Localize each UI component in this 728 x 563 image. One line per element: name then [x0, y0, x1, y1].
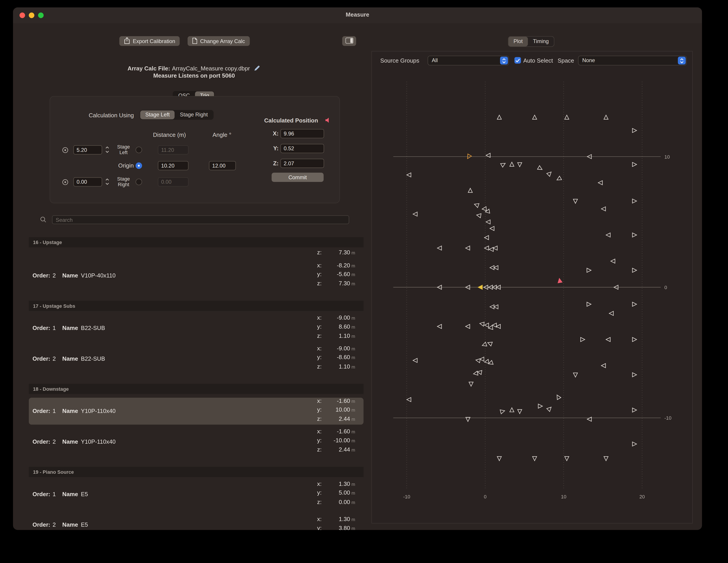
speaker-marker[interactable] [604, 115, 608, 119]
speaker-marker[interactable] [485, 236, 489, 240]
list-item-partial[interactable]: z:7.30m [29, 249, 364, 259]
speaker-marker[interactable] [479, 321, 484, 326]
speaker-marker[interactable] [587, 302, 591, 306]
speaker-marker[interactable] [601, 363, 606, 368]
target-icon[interactable] [62, 147, 69, 155]
speaker-marker[interactable] [484, 359, 489, 364]
speaker-marker[interactable] [437, 324, 442, 328]
list-item[interactable]: Order:1NameY10P-110x40x:-1.60my:10.00mz:… [29, 398, 364, 425]
origin-radio[interactable] [136, 162, 142, 169]
source-groups-dropdown[interactable]: All [428, 56, 509, 65]
sidebar-toggle-button[interactable] [342, 36, 356, 46]
speaker-marker[interactable] [482, 342, 487, 347]
speaker-marker[interactable] [556, 176, 561, 182]
speaker-marker[interactable] [606, 233, 610, 237]
edit-pencil-icon[interactable] [253, 65, 261, 73]
stage-right-value-field[interactable] [73, 177, 102, 187]
speaker-marker[interactable] [407, 173, 411, 177]
speaker-marker[interactable] [632, 442, 637, 446]
y-value-field[interactable] [281, 144, 324, 153]
speaker-marker[interactable] [489, 247, 493, 252]
speaker-marker[interactable] [581, 337, 585, 341]
space-dropdown[interactable]: None [578, 56, 687, 65]
auto-select-checkbox[interactable] [514, 57, 521, 64]
tab-plot[interactable]: Plot [508, 37, 528, 46]
speaker-marker[interactable] [632, 302, 637, 306]
speaker-marker[interactable] [632, 268, 637, 273]
speaker-marker[interactable] [497, 115, 502, 119]
target-icon[interactable] [62, 179, 69, 187]
speaker-marker[interactable] [518, 409, 522, 414]
speaker-marker[interactable] [510, 162, 514, 167]
speaker-marker[interactable] [565, 456, 569, 461]
speaker-marker[interactable] [611, 259, 615, 263]
plot-canvas[interactable]: -1001020100-10 [372, 70, 692, 520]
speaker-marker[interactable] [468, 188, 472, 193]
speaker-marker[interactable] [538, 404, 542, 408]
speaker-marker[interactable] [476, 358, 480, 363]
speaker-marker[interactable] [501, 162, 506, 167]
speaker-marker[interactable] [487, 341, 492, 346]
commit-button[interactable]: Commit [272, 173, 324, 182]
speaker-marker[interactable] [485, 323, 489, 327]
speaker-marker[interactable] [496, 324, 500, 328]
speaker-marker[interactable] [482, 207, 486, 211]
speaker-marker[interactable] [497, 456, 502, 461]
speaker-marker[interactable] [474, 202, 479, 208]
tab-stage-left[interactable]: Stage Left [140, 110, 175, 119]
speaker-marker[interactable] [537, 166, 543, 171]
tab-stage-right[interactable]: Stage Right [175, 110, 213, 119]
speaker-marker[interactable] [466, 324, 470, 328]
speaker-marker[interactable] [485, 209, 490, 214]
speaker-marker[interactable] [492, 323, 497, 327]
speaker-marker[interactable] [413, 358, 417, 362]
z-value-field[interactable] [281, 159, 324, 168]
list-item[interactable]: Order:1NameE5x:1.30my:5.00mz:0.00m [29, 481, 364, 508]
change-array-calc-button[interactable]: Change Array Calc [188, 36, 250, 46]
speaker-marker[interactable] [547, 171, 553, 176]
list-item[interactable]: Order:1NameB22-SUBx:-9.00my:8.60mz:1.10m [29, 315, 364, 341]
speaker-marker[interactable] [557, 278, 562, 283]
list-item[interactable]: Order:2NameE5x:1.30my:3.80m [29, 511, 364, 530]
speaker-marker[interactable] [466, 246, 470, 250]
stage-left-radio[interactable] [136, 147, 142, 153]
list-item[interactable]: Order:2NameY10P-110x40x:-1.60my:-10.00mz… [29, 428, 364, 455]
search-input[interactable] [52, 215, 349, 224]
speaker-marker[interactable] [632, 128, 637, 133]
speaker-marker[interactable] [632, 408, 637, 412]
speaker-marker[interactable] [606, 337, 610, 341]
speaker-marker[interactable] [632, 337, 637, 341]
speaker-marker[interactable] [573, 373, 578, 377]
speaker-marker[interactable] [490, 226, 494, 231]
speaker-marker[interactable] [486, 220, 490, 224]
speaker-marker[interactable] [555, 394, 561, 399]
speaker-marker[interactable] [573, 199, 578, 204]
speaker-marker[interactable] [494, 266, 498, 270]
speaker-marker[interactable] [604, 456, 608, 461]
origin-distance-field[interactable] [158, 161, 189, 170]
stage-right-radio[interactable] [136, 179, 142, 185]
speaker-marker[interactable] [494, 305, 498, 309]
speaker-marker[interactable] [478, 285, 482, 289]
speaker-marker[interactable] [632, 373, 637, 377]
speaker-marker[interactable] [547, 405, 553, 411]
stepper-icon[interactable] [105, 145, 110, 156]
speaker-marker[interactable] [533, 115, 537, 119]
tab-timing[interactable]: Timing [528, 37, 554, 46]
speaker-marker[interactable] [407, 397, 411, 402]
speaker-marker[interactable] [565, 115, 569, 119]
speaker-marker[interactable] [469, 382, 473, 386]
export-calibration-button[interactable]: Export Calibration [119, 36, 180, 46]
speaker-marker[interactable] [587, 268, 591, 273]
speaker-marker[interactable] [598, 181, 603, 185]
list-item[interactable]: Order:2NameB22-SUBx:-9.00my:-8.60mz:1.10… [29, 345, 364, 372]
speaker-marker[interactable] [437, 246, 442, 250]
origin-angle-field[interactable] [209, 161, 236, 170]
x-value-field[interactable] [281, 129, 324, 138]
list-item[interactable]: Order:2NameV10P-40x110x:-8.20my:-5.60mz:… [29, 262, 364, 289]
speaker-marker[interactable] [518, 163, 522, 167]
speaker-marker[interactable] [609, 311, 614, 315]
stage-right-distance-field[interactable] [158, 177, 189, 187]
speaker-marker[interactable] [493, 246, 497, 250]
speaker-marker[interactable] [533, 456, 537, 461]
